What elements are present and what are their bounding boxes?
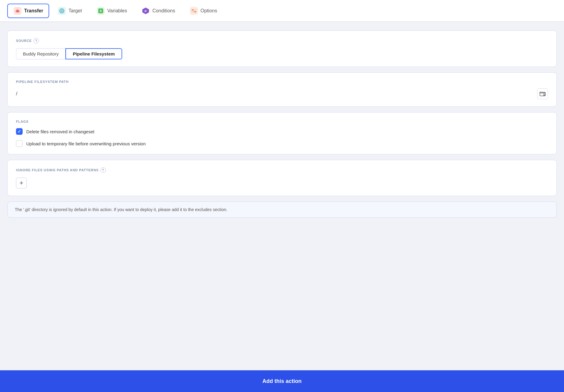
- browse-folder-button[interactable]: [537, 88, 548, 99]
- source-help-badge[interactable]: ?: [33, 38, 39, 43]
- options-icon: [190, 7, 198, 15]
- flag-delete-files[interactable]: Delete files removed in changeset: [16, 128, 548, 135]
- path-value: /: [16, 91, 17, 96]
- flags-card: FLAGS Delete files removed in changeset …: [7, 112, 557, 154]
- path-row: /: [16, 88, 548, 99]
- tab-transfer-label: Transfer: [24, 8, 43, 14]
- footer: Add this action: [0, 370, 564, 392]
- tab-target-label: Target: [68, 8, 82, 14]
- source-card: SOURCE ? Buddy Repository Pipeline Files…: [7, 30, 557, 67]
- ignore-patterns-card: IGNORE FILES USING PATHS AND PATTERNS ? …: [7, 160, 557, 196]
- tab-bar: ☁ Transfer Target S Variables: [0, 0, 564, 22]
- conditions-icon: IF: [141, 7, 150, 15]
- tab-variables[interactable]: S Variables: [90, 4, 133, 18]
- flags-list: Delete files removed in changeset Upload…: [16, 128, 548, 147]
- source-buttons: Buddy Repository Pipeline Filesystem: [16, 48, 548, 59]
- tab-options-label: Options: [201, 8, 217, 14]
- target-icon: [58, 7, 66, 15]
- buddy-repository-button[interactable]: Buddy Repository: [16, 48, 65, 59]
- info-note: The '.git' directory is ignored by defau…: [7, 201, 557, 218]
- tab-target[interactable]: Target: [52, 4, 88, 18]
- delete-files-checkbox[interactable]: [16, 128, 23, 135]
- ignore-help-badge[interactable]: ?: [100, 167, 106, 173]
- pipeline-path-label: PIPELINE FILESYSTEM PATH: [16, 80, 548, 84]
- tab-variables-label: Variables: [107, 8, 127, 14]
- svg-text:S: S: [100, 9, 102, 13]
- tab-options[interactable]: Options: [184, 4, 223, 18]
- source-label: SOURCE ?: [16, 38, 548, 43]
- tab-conditions-label: Conditions: [152, 8, 175, 14]
- svg-rect-13: [190, 7, 198, 15]
- main-content: SOURCE ? Buddy Repository Pipeline Files…: [0, 22, 564, 370]
- delete-files-label: Delete files removed in changeset: [26, 129, 94, 134]
- pipeline-filesystem-button[interactable]: Pipeline Filesystem: [65, 48, 122, 59]
- svg-text:IF: IF: [144, 10, 147, 13]
- svg-text:☁: ☁: [16, 9, 19, 13]
- ignore-patterns-label: IGNORE FILES USING PATHS AND PATTERNS ?: [16, 167, 548, 173]
- upload-temp-checkbox[interactable]: [16, 140, 23, 147]
- flags-label: FLAGS: [16, 120, 548, 123]
- variables-icon: S: [97, 7, 105, 15]
- add-action-button[interactable]: Add this action: [0, 370, 564, 392]
- tab-conditions[interactable]: IF Conditions: [135, 4, 181, 18]
- add-pattern-button[interactable]: +: [16, 178, 27, 188]
- pipeline-path-card: PIPELINE FILESYSTEM PATH /: [7, 72, 557, 107]
- transfer-icon: ☁: [13, 7, 22, 15]
- tab-transfer[interactable]: ☁ Transfer: [7, 4, 49, 18]
- flag-upload-temp[interactable]: Upload to temporary file before overwrit…: [16, 140, 548, 147]
- svg-point-7: [62, 10, 62, 11]
- upload-temp-label: Upload to temporary file before overwrit…: [26, 141, 146, 146]
